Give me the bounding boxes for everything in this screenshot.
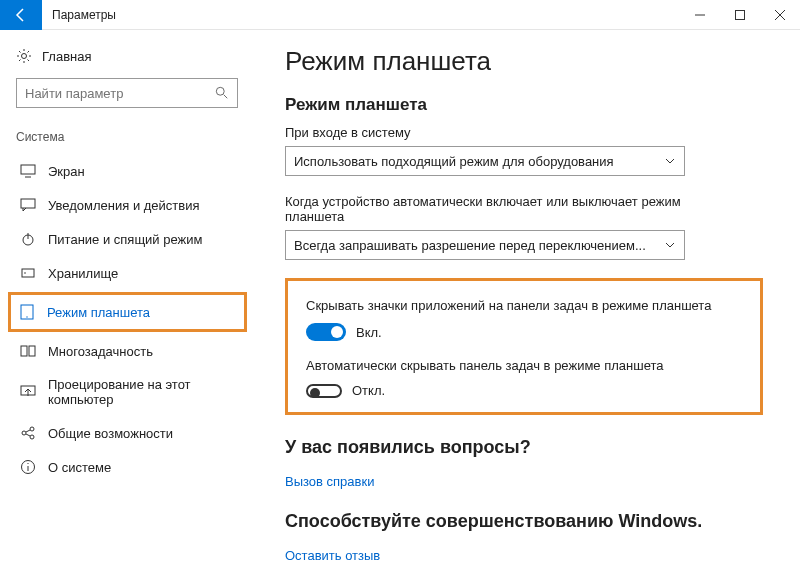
highlight-selected-nav: Режим планшета — [8, 292, 247, 332]
arrow-left-icon — [13, 7, 29, 23]
window-controls — [680, 0, 800, 30]
home-label: Главная — [42, 49, 91, 64]
power-icon — [20, 231, 36, 247]
sidebar-item-power[interactable]: Питание и спящий режим — [16, 222, 243, 256]
sidebar-item-about[interactable]: О системе — [16, 450, 243, 484]
svg-point-2 — [216, 87, 224, 95]
search-field[interactable] — [25, 86, 215, 101]
sidebar-item-shared[interactable]: Общие возможности — [16, 416, 243, 450]
svg-point-1 — [22, 54, 27, 59]
gear-icon — [16, 48, 32, 64]
minimize-button[interactable] — [680, 0, 720, 30]
feedback-heading: Способствуйте совершенствованию Windows. — [285, 511, 780, 532]
search-icon — [215, 86, 229, 100]
toggle-hide-taskbar-label: Автоматически скрывать панель задач в ре… — [306, 357, 742, 375]
storage-icon — [20, 265, 36, 281]
sidebar-item-multitasking[interactable]: Многозадачность — [16, 334, 243, 368]
svg-rect-6 — [22, 269, 34, 277]
feedback-link[interactable]: Оставить отзыв — [285, 548, 380, 563]
toggle-hide-icons[interactable] — [306, 323, 346, 341]
home-link[interactable]: Главная — [16, 44, 243, 68]
chevron-down-icon — [664, 155, 676, 167]
sidebar-item-storage[interactable]: Хранилище — [16, 256, 243, 290]
sidebar: Главная Система Экран Уведомления и дейс… — [0, 30, 255, 574]
svg-point-9 — [26, 316, 27, 317]
svg-point-14 — [30, 427, 34, 431]
signin-label: При входе в систему — [285, 125, 780, 140]
search-input[interactable] — [16, 78, 238, 108]
page-title: Режим планшета — [285, 46, 780, 77]
share-icon — [20, 425, 36, 441]
maximize-button[interactable] — [720, 0, 760, 30]
svg-rect-3 — [21, 165, 35, 174]
toggle-hide-icons-label: Скрывать значки приложений на панели зад… — [306, 297, 742, 315]
svg-rect-10 — [21, 346, 27, 356]
svg-rect-11 — [29, 346, 35, 356]
sidebar-item-display[interactable]: Экран — [16, 154, 243, 188]
toggle-hide-taskbar[interactable] — [306, 384, 342, 398]
message-icon — [20, 197, 36, 213]
toggle-hide-icons-state: Вкл. — [356, 325, 382, 340]
tablet-icon — [19, 304, 35, 320]
questions-heading: У вас появились вопросы? — [285, 437, 780, 458]
monitor-icon — [20, 163, 36, 179]
autoswitch-label: Когда устройство автоматически включает … — [285, 194, 705, 224]
highlight-toggles: Скрывать значки приложений на панели зад… — [285, 278, 763, 415]
svg-rect-0 — [736, 10, 745, 19]
sidebar-section-title: Система — [16, 130, 243, 144]
svg-point-7 — [24, 272, 26, 274]
sidebar-nav: Экран Уведомления и действия Питание и с… — [16, 154, 243, 484]
svg-rect-4 — [21, 199, 35, 208]
window-title: Параметры — [52, 8, 116, 22]
back-button[interactable] — [0, 0, 42, 30]
sidebar-item-notifications[interactable]: Уведомления и действия — [16, 188, 243, 222]
signin-dropdown[interactable]: Использовать подходящий режим для оборуд… — [285, 146, 685, 176]
toggle-hide-taskbar-state: Откл. — [352, 383, 385, 398]
multitask-icon — [20, 343, 36, 359]
sidebar-item-tablet-mode[interactable]: Режим планшета — [15, 295, 244, 329]
autoswitch-dropdown[interactable]: Всегда запрашивать разрешение перед пере… — [285, 230, 685, 260]
close-button[interactable] — [760, 0, 800, 30]
section-heading: Режим планшета — [285, 95, 780, 115]
project-icon — [20, 384, 36, 400]
svg-point-13 — [22, 431, 26, 435]
help-link[interactable]: Вызов справки — [285, 474, 374, 489]
info-icon — [20, 459, 36, 475]
sidebar-item-projecting[interactable]: Проецирование на этот компьютер — [16, 368, 243, 416]
titlebar: Параметры — [0, 0, 800, 30]
main-content: Режим планшета Режим планшета При входе … — [255, 30, 800, 574]
svg-point-15 — [30, 435, 34, 439]
chevron-down-icon — [664, 239, 676, 251]
